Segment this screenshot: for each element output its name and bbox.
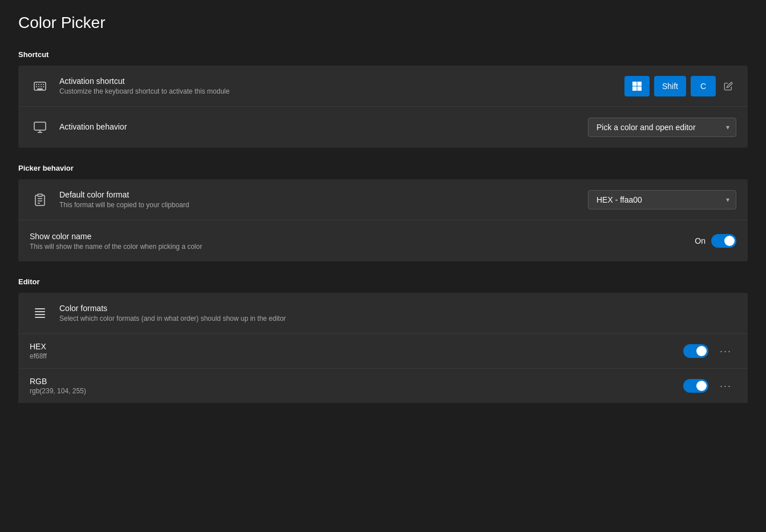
rgb-format-toggle[interactable] xyxy=(683,379,708,393)
editor-card: Color formats Select which color formats… xyxy=(18,293,748,403)
default-format-dropdown-wrapper: HEX - ffaa00 RGB HSL HSV CMYK xyxy=(588,190,736,209)
clipboard-icon xyxy=(30,190,50,210)
default-format-title: Default color format xyxy=(59,190,588,199)
list-line-4 xyxy=(35,317,45,318)
hex-more-button[interactable]: ··· xyxy=(715,343,736,360)
show-color-name-control: On xyxy=(695,234,736,248)
show-color-name-on-label: On xyxy=(695,236,705,245)
keyboard-icon xyxy=(30,76,50,96)
color-formats-title: Color formats xyxy=(59,304,736,313)
toggle-slider xyxy=(711,234,736,248)
hex-format-value: ef68ff xyxy=(30,352,683,360)
list-line-2 xyxy=(35,311,45,312)
svg-rect-10 xyxy=(34,122,46,130)
activation-shortcut-text: Activation shortcut Customize the keyboa… xyxy=(59,76,624,95)
list-icon xyxy=(30,303,50,324)
activation-shortcut-row: Activation shortcut Customize the keyboa… xyxy=(18,66,748,107)
list-lines-icon xyxy=(35,308,45,318)
shortcut-section-label: Shortcut xyxy=(18,50,748,59)
shortcut-key-control: Shift C xyxy=(624,76,736,96)
show-color-name-row: Show color name This will show the name … xyxy=(18,220,748,261)
list-line-1 xyxy=(35,308,45,309)
rgb-format-row: RGB rgb(239, 104, 255) ··· xyxy=(18,369,748,403)
picker-card: Default color format This format will be… xyxy=(18,179,748,261)
hex-toggle-slider xyxy=(683,344,708,358)
hex-format-name: HEX xyxy=(30,342,683,351)
default-format-dropdown[interactable]: HEX - ffaa00 RGB HSL HSV CMYK xyxy=(588,190,736,209)
show-color-name-title: Show color name xyxy=(30,232,695,241)
editor-section-label: Editor xyxy=(18,277,748,286)
activation-behavior-row: Activation behavior Pick a color and ope… xyxy=(18,107,748,148)
rgb-format-text: RGB rgb(239, 104, 255) xyxy=(30,377,683,395)
rgb-more-button[interactable]: ··· xyxy=(715,378,736,394)
hex-format-row: HEX ef68ff ··· xyxy=(18,334,748,369)
default-format-subtitle: This format will be copied to your clipb… xyxy=(59,201,588,209)
activation-shortcut-title: Activation shortcut xyxy=(59,76,624,86)
rgb-toggle-slider xyxy=(683,379,708,393)
win-key-badge[interactable] xyxy=(624,76,650,96)
activation-behavior-title: Activation behavior xyxy=(59,122,588,131)
rgb-format-name: RGB xyxy=(30,377,683,386)
shift-key-badge[interactable]: Shift xyxy=(654,76,686,96)
activation-behavior-dropdown-wrapper: Pick a color and open editor Open editor… xyxy=(588,118,736,137)
default-format-text: Default color format This format will be… xyxy=(59,190,588,209)
svg-rect-13 xyxy=(38,194,42,196)
activation-behavior-control: Pick a color and open editor Open editor… xyxy=(588,118,736,137)
hex-format-controls: ··· xyxy=(683,343,736,360)
shortcut-card: Activation shortcut Customize the keyboa… xyxy=(18,66,748,148)
show-color-name-toggle-wrapper: On xyxy=(695,234,736,248)
c-key-badge[interactable]: C xyxy=(691,76,716,96)
default-format-row: Default color format This format will be… xyxy=(18,179,748,220)
activation-behavior-dropdown[interactable]: Pick a color and open editor Open editor… xyxy=(588,118,736,137)
hex-format-toggle[interactable] xyxy=(683,344,708,358)
default-format-control: HEX - ffaa00 RGB HSL HSV CMYK xyxy=(588,190,736,209)
color-formats-text: Color formats Select which color formats… xyxy=(59,304,736,323)
activation-behavior-text: Activation behavior xyxy=(59,122,588,133)
color-formats-header-row: Color formats Select which color formats… xyxy=(18,293,748,334)
show-color-name-text: Show color name This will show the name … xyxy=(30,232,695,251)
rgb-format-controls: ··· xyxy=(683,378,736,394)
monitor-icon xyxy=(30,117,50,138)
edit-shortcut-button[interactable] xyxy=(720,78,736,94)
picker-section-label: Picker behavior xyxy=(18,164,748,172)
color-formats-subtitle: Select which color formats (and in what … xyxy=(59,315,736,323)
rgb-format-value: rgb(239, 104, 255) xyxy=(30,387,683,395)
show-color-name-toggle[interactable] xyxy=(711,234,736,248)
show-color-name-subtitle: This will show the name of the color whe… xyxy=(30,243,695,251)
page-title: Color Picker xyxy=(18,14,748,32)
list-line-3 xyxy=(35,314,45,315)
activation-shortcut-subtitle: Customize the keyboard shortcut to activ… xyxy=(59,87,624,95)
hex-format-text: HEX ef68ff xyxy=(30,342,683,360)
